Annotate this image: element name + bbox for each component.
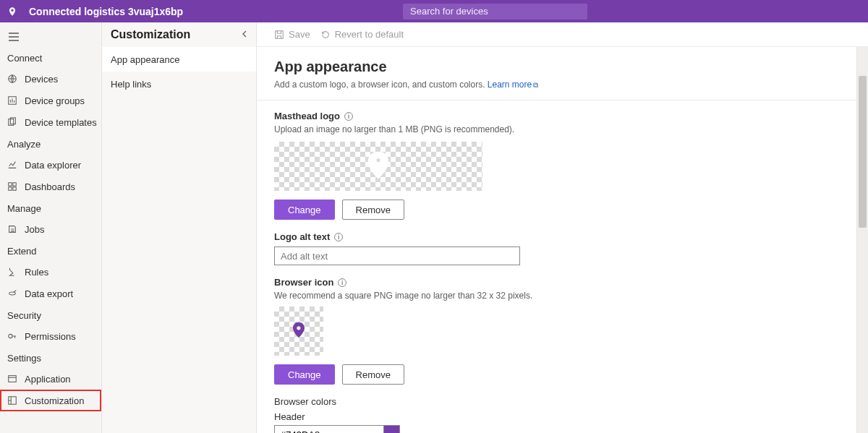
app-title: Connected logistics 3vuaj1x6bp bbox=[29, 6, 183, 17]
location-icon bbox=[6, 7, 19, 17]
nav-item-permissions[interactable]: Permissions bbox=[0, 325, 101, 347]
nav-group-extend: Extend bbox=[0, 240, 101, 261]
sub-nav-label: App appearance bbox=[111, 54, 179, 65]
line-chart-icon bbox=[7, 160, 17, 170]
nav-item-device-templates[interactable]: Device templates bbox=[0, 111, 101, 133]
nav-item-application[interactable]: Application bbox=[0, 368, 101, 390]
save-label: Save bbox=[289, 29, 310, 40]
nav-group-connect: Connect bbox=[0, 47, 101, 68]
application-icon bbox=[7, 374, 17, 384]
save-button[interactable]: Save bbox=[274, 29, 310, 40]
nav-item-data-export[interactable]: Data export bbox=[0, 283, 101, 304]
svg-point-8 bbox=[9, 334, 12, 338]
browser-colors-section: Browser colors bbox=[274, 396, 839, 407]
nav-group-security: Security bbox=[0, 304, 101, 325]
header-color-label: Header bbox=[274, 411, 839, 422]
sub-nav: Customization App appearance Help links bbox=[102, 22, 257, 433]
nav-item-devices[interactable]: Devices bbox=[0, 68, 101, 90]
favicon-placeholder-icon bbox=[293, 322, 305, 340]
sub-nav-title: Customization bbox=[111, 28, 190, 41]
dashboard-icon bbox=[7, 181, 17, 192]
nav-item-data-explorer[interactable]: Data explorer bbox=[0, 154, 101, 176]
customization-icon bbox=[7, 395, 17, 406]
svg-rect-6 bbox=[9, 187, 12, 190]
nav-label-jobs: Jobs bbox=[25, 224, 44, 235]
browser-icon-title: Browser icon i bbox=[274, 277, 839, 288]
masthead-logo-preview bbox=[274, 142, 482, 191]
info-icon[interactable]: i bbox=[338, 278, 346, 287]
nav-label-device-templates: Device templates bbox=[25, 117, 97, 128]
browser-icon-helper: We recommend a square PNG image no large… bbox=[274, 291, 839, 301]
hamburger-button[interactable] bbox=[0, 27, 101, 47]
page-title: App appearance bbox=[274, 59, 839, 75]
scrollbar-thumb[interactable] bbox=[859, 76, 867, 228]
sub-nav-label: Help links bbox=[111, 79, 151, 90]
search-input[interactable]: Search for devices bbox=[403, 4, 587, 20]
nav-label-devices: Devices bbox=[25, 74, 58, 85]
sub-nav-item-help-links[interactable]: Help links bbox=[102, 72, 256, 96]
main-content: Save Revert to default App appearance Ad… bbox=[257, 22, 868, 433]
favicon-change-button[interactable]: Change bbox=[274, 364, 335, 385]
nav-label-dashboards: Dashboards bbox=[25, 181, 75, 192]
left-nav: Connect Devices Device groups Device tem… bbox=[0, 22, 102, 433]
key-icon bbox=[7, 331, 17, 341]
masthead-change-button[interactable]: Change bbox=[274, 200, 335, 220]
nav-label-customization: Customization bbox=[25, 395, 84, 406]
chart-icon bbox=[7, 95, 17, 106]
nav-item-dashboards[interactable]: Dashboards bbox=[0, 176, 101, 197]
nav-label-permissions: Permissions bbox=[25, 331, 76, 342]
logo-placeholder-icon bbox=[367, 152, 389, 181]
nav-label-data-export: Data export bbox=[25, 288, 73, 299]
nav-label-device-groups: Device groups bbox=[25, 95, 85, 106]
app-header: Connected logistics 3vuaj1x6bp Search fo… bbox=[0, 0, 868, 22]
nav-group-manage: Manage bbox=[0, 197, 101, 218]
jobs-icon bbox=[7, 224, 17, 234]
nav-label-application: Application bbox=[25, 374, 71, 385]
learn-more-link[interactable]: Learn more⧉ bbox=[488, 80, 538, 90]
nav-label-data-explorer: Data explorer bbox=[25, 160, 81, 171]
alt-text-input[interactable] bbox=[274, 246, 520, 265]
header-color-swatch[interactable] bbox=[384, 425, 400, 433]
header-color-input[interactable] bbox=[274, 425, 384, 433]
nav-item-customization[interactable]: Customization bbox=[0, 390, 101, 411]
page-subtitle: Add a custom logo, a browser icon, and c… bbox=[274, 80, 485, 90]
svg-rect-4 bbox=[9, 183, 12, 186]
browser-icon-preview bbox=[274, 306, 323, 356]
nav-group-analyze: Analyze bbox=[0, 133, 101, 154]
info-icon[interactable]: i bbox=[344, 112, 353, 121]
page-header: App appearance Add a custom logo, a brow… bbox=[257, 47, 856, 100]
masthead-helper: Upload an image no larger than 1 MB (PNG… bbox=[274, 124, 839, 134]
learn-more-label: Learn more bbox=[488, 80, 532, 90]
globe-icon bbox=[7, 74, 17, 84]
masthead-remove-button[interactable]: Remove bbox=[342, 200, 404, 220]
nav-item-device-groups[interactable]: Device groups bbox=[0, 90, 101, 111]
rules-icon bbox=[7, 267, 17, 277]
nav-label-rules: Rules bbox=[25, 267, 48, 278]
export-icon bbox=[7, 288, 17, 299]
info-icon[interactable]: i bbox=[334, 233, 343, 241]
command-bar: Save Revert to default bbox=[257, 22, 868, 47]
sub-nav-item-app-appearance[interactable]: App appearance bbox=[102, 47, 256, 72]
nav-group-settings: Settings bbox=[0, 347, 101, 368]
scrollbar[interactable] bbox=[856, 47, 868, 433]
external-icon: ⧉ bbox=[533, 81, 538, 89]
nav-item-jobs[interactable]: Jobs bbox=[0, 218, 101, 240]
svg-rect-5 bbox=[13, 183, 16, 186]
collapse-button[interactable] bbox=[240, 30, 249, 40]
template-icon bbox=[7, 117, 17, 127]
favicon-remove-button[interactable]: Remove bbox=[342, 364, 404, 385]
svg-rect-11 bbox=[276, 30, 284, 38]
revert-label: Revert to default bbox=[335, 29, 404, 40]
search-placeholder: Search for devices bbox=[410, 6, 488, 17]
alt-text-title: Logo alt text i bbox=[274, 231, 839, 242]
nav-item-rules[interactable]: Rules bbox=[0, 261, 101, 283]
svg-rect-9 bbox=[9, 376, 17, 382]
masthead-logo-title: Masthead logo i bbox=[274, 111, 839, 121]
revert-button[interactable]: Revert to default bbox=[320, 29, 404, 40]
svg-rect-7 bbox=[13, 187, 16, 190]
